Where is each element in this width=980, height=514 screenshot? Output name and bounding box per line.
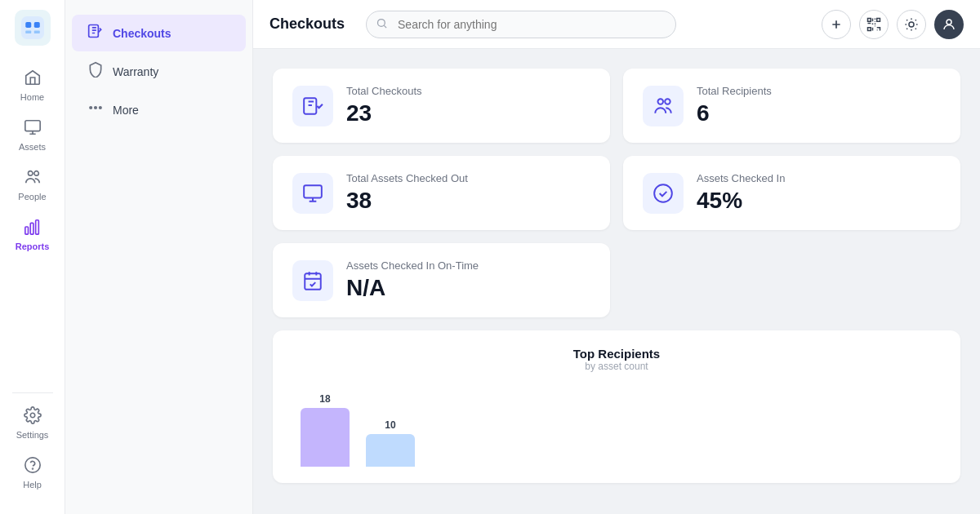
svg-point-23 xyxy=(947,20,951,24)
svg-point-7 xyxy=(33,171,38,176)
svg-rect-21 xyxy=(868,27,871,30)
svg-rect-8 xyxy=(24,227,28,234)
search-bar xyxy=(366,11,676,38)
total-checkouts-icon xyxy=(292,86,333,126)
content-area: Total Checkouts 23 Total Recipients 6 xyxy=(253,49,980,514)
total-recipients-icon xyxy=(643,86,684,126)
chart-subtitle: by asset count xyxy=(292,361,941,372)
assets-checked-in-info: Assets Checked In 45% xyxy=(697,172,941,214)
stat-card-total-recipients: Total Recipients 6 xyxy=(623,69,960,143)
svg-point-28 xyxy=(654,184,672,202)
ontime-value: N/A xyxy=(346,275,590,301)
svg-point-6 xyxy=(28,171,33,176)
sidebar-item-home-label: Home xyxy=(20,92,44,102)
svg-point-12 xyxy=(24,458,39,472)
assets-checked-out-icon xyxy=(292,173,333,214)
svg-point-11 xyxy=(30,413,35,418)
svg-point-17 xyxy=(100,107,102,109)
svg-point-13 xyxy=(32,468,33,469)
assets-checked-out-value: 38 xyxy=(346,188,590,214)
sidebar-item-people-label: People xyxy=(18,192,46,202)
bar-item-2: 10 xyxy=(366,419,415,467)
sidebar-item-assets[interactable]: Assets xyxy=(4,112,61,158)
total-checkouts-value: 23 xyxy=(346,100,590,126)
ontime-icon xyxy=(292,260,333,301)
help-icon xyxy=(24,456,42,477)
stat-card-assets-checked-out: Total Assets Checked Out 38 xyxy=(273,156,610,230)
total-recipients-info: Total Recipients 6 xyxy=(697,85,941,126)
svg-rect-1 xyxy=(25,22,31,28)
more-nav-icon xyxy=(87,100,105,120)
sidebar-item-help[interactable]: Help xyxy=(4,450,61,496)
assets-checked-in-value: 45% xyxy=(697,188,941,214)
main-content: Checkouts xyxy=(253,0,980,514)
svg-rect-27 xyxy=(304,185,322,197)
checkouts-nav-label: Checkouts xyxy=(113,27,172,40)
add-button[interactable] xyxy=(822,10,851,39)
bar-item-1: 18 xyxy=(301,393,350,467)
warranty-nav-icon xyxy=(87,61,105,82)
stats-grid-row1: Total Checkouts 23 Total Recipients 6 xyxy=(273,69,960,143)
sidebar-item-home[interactable]: Home xyxy=(4,62,61,109)
secondary-sidebar-warranty[interactable]: Warranty xyxy=(72,53,246,90)
topbar-actions xyxy=(822,10,964,39)
total-checkouts-info: Total Checkouts 23 xyxy=(346,85,590,126)
svg-rect-20 xyxy=(877,18,880,21)
sidebar-divider xyxy=(12,392,53,393)
search-icon xyxy=(376,17,388,32)
settings-icon xyxy=(24,406,42,428)
total-checkouts-label: Total Checkouts xyxy=(346,85,590,97)
assets-checked-in-label: Assets Checked In xyxy=(697,172,941,184)
bar-1 xyxy=(301,408,350,467)
svg-rect-5 xyxy=(24,121,39,131)
theme-toggle-button[interactable] xyxy=(897,10,926,39)
svg-rect-9 xyxy=(30,223,33,234)
assets-checked-in-icon xyxy=(643,173,684,214)
sidebar-item-reports[interactable]: Reports xyxy=(4,211,61,258)
sidebar-nav: Home Assets People xyxy=(0,62,65,386)
sidebar-item-people[interactable]: People xyxy=(4,162,61,208)
stat-card-assets-checked-in: Assets Checked In 45% xyxy=(623,156,960,230)
total-recipients-value: 6 xyxy=(697,100,941,126)
stats-grid-row2: Total Assets Checked Out 38 Assets Check… xyxy=(273,156,960,230)
sidebar-item-reports-label: Reports xyxy=(16,241,50,251)
sidebar-item-help-label: Help xyxy=(23,480,42,490)
svg-rect-29 xyxy=(305,273,321,290)
svg-rect-3 xyxy=(25,31,31,34)
bar-label-2: 10 xyxy=(385,419,395,431)
chart-title: Top Recipients xyxy=(292,347,941,361)
user-avatar[interactable] xyxy=(934,10,964,39)
more-nav-label: More xyxy=(113,104,139,117)
barcode-button[interactable] xyxy=(859,10,889,39)
sidebar-item-settings[interactable]: Settings xyxy=(4,400,61,446)
warranty-nav-label: Warranty xyxy=(113,65,158,78)
search-input[interactable] xyxy=(366,11,676,38)
assets-checked-out-label: Total Assets Checked Out xyxy=(346,172,590,184)
sidebar-item-settings-label: Settings xyxy=(16,430,49,440)
bar-2 xyxy=(366,434,415,467)
svg-point-18 xyxy=(378,19,385,26)
svg-rect-2 xyxy=(33,22,39,28)
topbar: Checkouts xyxy=(253,0,980,49)
main-sidebar: Home Assets People xyxy=(0,0,65,514)
secondary-sidebar-checkouts[interactable]: Checkouts xyxy=(72,15,246,51)
svg-point-25 xyxy=(658,99,664,104)
secondary-sidebar-more[interactable]: More xyxy=(72,91,246,128)
home-icon xyxy=(24,69,42,90)
reports-icon xyxy=(24,218,42,239)
bar-label-1: 18 xyxy=(319,393,330,405)
stat-card-ontime: Assets Checked In On-Time N/A xyxy=(273,243,610,317)
svg-rect-4 xyxy=(33,31,39,34)
svg-rect-0 xyxy=(21,16,44,39)
total-recipients-label: Total Recipients xyxy=(697,85,941,97)
checkouts-nav-icon xyxy=(87,23,105,43)
svg-point-26 xyxy=(665,99,670,104)
bar-chart: 18 10 xyxy=(292,385,941,467)
secondary-sidebar: Checkouts Warranty More xyxy=(65,0,253,514)
svg-point-22 xyxy=(909,22,914,27)
app-logo[interactable] xyxy=(15,10,51,46)
sidebar-item-assets-label: Assets xyxy=(19,142,46,152)
svg-point-16 xyxy=(95,107,97,109)
assets-checked-out-info: Total Assets Checked Out 38 xyxy=(346,172,590,214)
assets-icon xyxy=(24,118,42,140)
